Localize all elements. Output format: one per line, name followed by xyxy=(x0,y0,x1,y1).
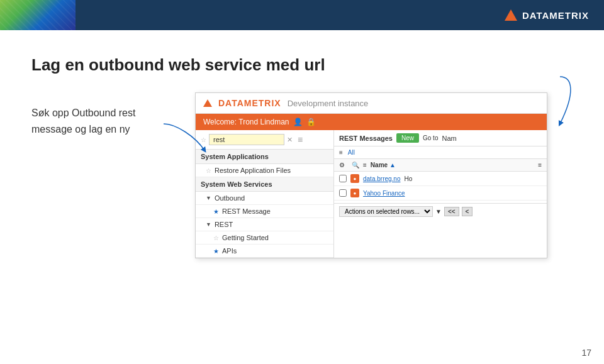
app-screenshot: DATAMETRIX Development instance Welcome:… xyxy=(195,92,547,258)
rest-message-label: REST Message xyxy=(222,207,271,215)
sidebar-search-row: ☆ ✕ ≡ xyxy=(196,130,333,150)
row2-icon: ● xyxy=(350,189,359,197)
arrow1-icon xyxy=(157,118,214,155)
right-panel-header: REST Messages New Go to Nam xyxy=(334,130,547,146)
col-extra-icon: ≡ xyxy=(538,162,542,168)
datametrix-logo: DATAMETRIX xyxy=(505,9,589,21)
logo-text: DATAMETRIX xyxy=(522,10,589,21)
row1-checkbox[interactable] xyxy=(339,175,347,182)
col-check-icon: ⚙ xyxy=(339,162,348,168)
slide-title: Lag en outbound web service med url xyxy=(31,55,573,75)
getting-started-star-icon: ☆ xyxy=(213,234,219,241)
welcome-text: Welcome: Trond Lindman xyxy=(203,118,289,126)
app-logo-triangle xyxy=(203,99,212,107)
table-header: ⚙ 🔍 ≡ Name ▲ ≡ xyxy=(334,159,547,172)
nam-label: Nam xyxy=(442,135,456,142)
app-right-panel: REST Messages New Go to Nam ≡ All ⚙ xyxy=(334,130,547,258)
sidebar-item-restore[interactable]: ☆ Restore Application Files xyxy=(196,164,333,177)
screenshot-wrapper: DATAMETRIX Development instance Welcome:… xyxy=(195,92,573,258)
top-bar: DATAMETRIX xyxy=(0,0,604,30)
row1-icon: ● xyxy=(350,174,359,183)
row2-checkbox[interactable] xyxy=(339,189,347,197)
new-button[interactable]: New xyxy=(396,133,419,143)
restore-label: Restore Application Files xyxy=(215,167,291,174)
app-sidebar: ☆ ✕ ≡ System Applications ☆ Restore Appl… xyxy=(196,130,334,258)
row2-name[interactable]: Yahoo Finance xyxy=(363,190,405,197)
welcome-bar: Welcome: Trond Lindman 👤 🔒 xyxy=(196,114,547,130)
outbound-label: Outbound xyxy=(215,194,245,202)
search-clear-icon[interactable]: ✕ xyxy=(287,136,293,144)
filter-icon: ≡ xyxy=(339,149,343,156)
app-header: DATAMETRIX Development instance xyxy=(196,93,547,114)
subtitle-line1: Søk opp Outbound rest xyxy=(31,105,170,121)
getting-started-label: Getting Started xyxy=(222,234,269,241)
prev-button[interactable]: < xyxy=(462,207,473,216)
system-applications-header: System Applications xyxy=(196,150,333,164)
col-name-text: Name xyxy=(371,162,388,168)
system-web-services-header: System Web Services xyxy=(196,177,333,192)
arrow2-icon xyxy=(522,74,585,130)
sidebar-item-rest[interactable]: ▼ REST xyxy=(196,218,333,231)
search-filter-icon[interactable]: ≡ xyxy=(298,135,303,145)
apis-label: APIs xyxy=(222,247,237,255)
outbound-triangle-icon: ▼ xyxy=(206,195,211,201)
table-row: ● Yahoo Finance xyxy=(334,186,547,201)
sidebar-item-outbound[interactable]: ▼ Outbound xyxy=(196,192,333,205)
table-row: ● data.brreg.no Ho xyxy=(334,172,547,186)
right-panel-title: REST Messages xyxy=(339,135,393,142)
app-logo-text: DATAMETRIX xyxy=(218,98,281,108)
sidebar-item-getting-started[interactable]: ☆ Getting Started xyxy=(196,231,333,245)
sort-asc-icon[interactable]: ▲ xyxy=(389,162,396,168)
search-input[interactable] xyxy=(209,134,284,145)
right-filter-row: ≡ All xyxy=(334,146,547,159)
prev-prev-button[interactable]: << xyxy=(444,207,459,216)
page-number: 17 xyxy=(581,348,591,358)
lines-icon: ≡ xyxy=(363,162,367,168)
goto-label: Go to xyxy=(423,135,438,141)
sidebar-item-apis[interactable]: ★ APIs xyxy=(196,245,333,258)
magnify-icon: 🔍 xyxy=(352,162,359,168)
sidebar-item-rest-message[interactable]: ★ REST Message xyxy=(196,205,333,218)
main-content: Lag en outbound web service med url Søk … xyxy=(0,30,604,364)
col-name-header: Name ▲ xyxy=(371,162,534,168)
subtitle-line2: message og lag en ny xyxy=(31,121,170,138)
row1-name[interactable]: data.brreg.no xyxy=(363,175,401,182)
restore-star-icon: ☆ xyxy=(206,167,211,174)
apis-star-icon: ★ xyxy=(213,248,219,255)
logo-triangle-icon xyxy=(505,9,517,21)
actions-select[interactable]: Actions on selected rows... xyxy=(339,206,433,217)
app-dev-instance: Development instance xyxy=(288,99,369,108)
slide-body: Søk opp Outbound rest message og lag en … xyxy=(31,92,573,258)
top-bar-decoration xyxy=(0,0,76,30)
rest-label: REST xyxy=(215,221,233,228)
right-actions-row: Actions on selected rows... ▼ << < xyxy=(334,203,547,219)
filter-all-label[interactable]: All xyxy=(348,149,355,156)
lock-icon: 🔒 xyxy=(306,118,316,126)
left-description: Søk opp Outbound rest message og lag en … xyxy=(31,92,170,137)
dropdown-arrow-icon: ▼ xyxy=(435,208,442,215)
rest-message-star-icon: ★ xyxy=(213,208,219,215)
row1-suffix: Ho xyxy=(405,175,413,182)
user-icon: 👤 xyxy=(293,118,303,126)
app-body: ☆ ✕ ≡ System Applications ☆ Restore Appl… xyxy=(196,130,547,258)
rest-triangle-icon: ▼ xyxy=(206,221,211,228)
